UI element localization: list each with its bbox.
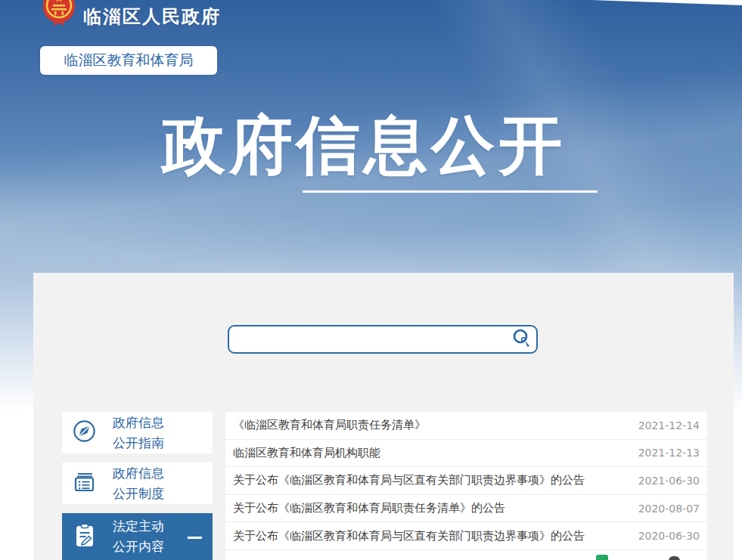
search-box	[228, 325, 538, 354]
minus-icon[interactable]	[188, 537, 202, 539]
article-link[interactable]: 关于公布《临淄区教育和体育局与区直有关部门职责边界事项》的公告	[233, 529, 585, 543]
article-list: 《临淄区教育和体育局职责任务清单》 2021-12-14 临淄区教育和体育局机构…	[225, 412, 707, 560]
sidebar-item-label: 政府信息 公开制度	[113, 463, 164, 504]
sidebar-item-label: 法定主动 公开内容	[113, 516, 164, 557]
article-date: 2020-08-07	[638, 503, 700, 515]
clipboard-pen-icon	[73, 523, 96, 551]
article-date: 2020-06-30	[638, 530, 700, 542]
department-tab-button[interactable]: 临淄区教育和体育局	[40, 46, 217, 75]
department-tab-label: 临淄区教育和体育局	[64, 51, 194, 70]
article-link[interactable]: 临淄区教育和体育局机构职能	[233, 446, 380, 460]
article-row[interactable]: 关于公布《临淄区教育和体育局与区直有关部门职责边界事项》的公告 2020-06-…	[225, 522, 707, 550]
site-title: 临淄区人民政府	[83, 5, 221, 29]
article-row[interactable]: 关于公布《临淄区教育和体育局职责任务清单》的公告 2020-08-07	[225, 495, 707, 523]
compass-icon	[73, 419, 96, 446]
sidebar-item-guide[interactable]: 政府信息 公开指南	[62, 412, 213, 453]
article-link[interactable]: 《临淄区教育和体育局职责任务清单》	[233, 418, 426, 432]
sidebar-item-system[interactable]: 政府信息 公开制度	[62, 463, 213, 504]
article-row[interactable]: 《临淄区教育和体育局职责任务清单》 2021-12-14	[225, 412, 707, 440]
article-row[interactable]: 临淄区教育和体育局机构职能 2021-12-13	[225, 440, 707, 468]
national-emblem-icon	[42, 0, 76, 36]
sidebar-item-label: 政府信息 公开指南	[113, 413, 164, 453]
share-icon-green[interactable]	[596, 555, 608, 560]
article-link[interactable]: 关于公布《临淄区教育和体育局与区直有关部门职责边界事项》的公告	[233, 473, 585, 487]
book-list-icon	[73, 470, 96, 497]
article-date: 2021-06-30	[638, 475, 700, 487]
search-button[interactable]	[508, 326, 536, 352]
banner-corner-decoration	[591, 0, 742, 5]
share-icon-dark[interactable]	[669, 556, 680, 560]
search-icon	[511, 328, 532, 351]
search-input[interactable]	[229, 328, 508, 351]
page-title: 政府信息公开	[0, 110, 728, 180]
title-underline	[303, 190, 598, 193]
sidebar-item-statutory-disclosure[interactable]: 法定主动 公开内容	[62, 513, 213, 560]
article-date: 2021-12-13	[638, 447, 700, 459]
article-row[interactable]: 关于公布《临淄区教育和体育局与区直有关部门职责边界事项》的公告 2021-06-…	[225, 467, 707, 495]
article-date: 2021-12-14	[638, 419, 700, 432]
article-link[interactable]: 关于公布《临淄区教育和体育局职责任务清单》的公告	[233, 501, 505, 515]
